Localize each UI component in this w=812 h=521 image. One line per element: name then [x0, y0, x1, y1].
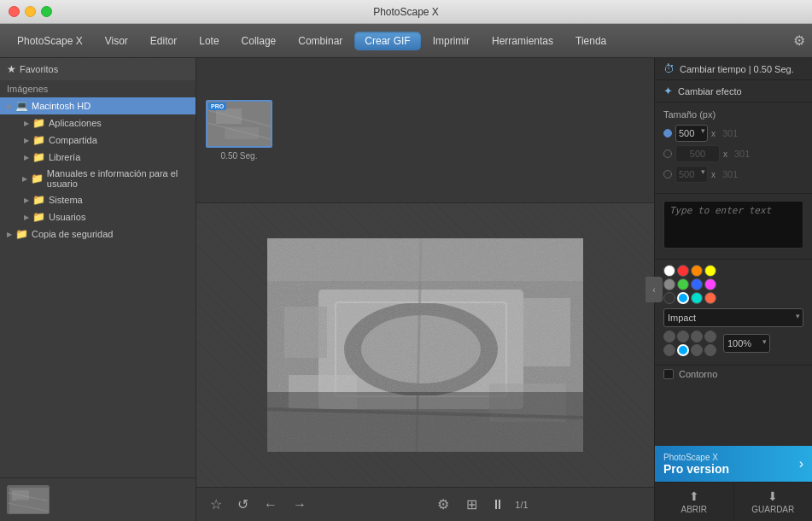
- svg-rect-10: [216, 108, 242, 124]
- nav-item-imprimir[interactable]: Imprimir: [423, 32, 480, 50]
- size-x-2: x: [723, 149, 727, 159]
- contour-checkbox[interactable]: [663, 369, 674, 379]
- color-red[interactable]: [677, 265, 689, 277]
- svg-rect-17: [284, 307, 327, 358]
- pause-button[interactable]: ⏸: [491, 497, 505, 512]
- pro-badge: PRO: [208, 102, 226, 110]
- expand-icon: ▶: [7, 102, 12, 110]
- clock-icon: ⏱: [663, 62, 675, 75]
- expand-icon: ▶: [24, 214, 29, 221]
- expand-icon: ▶: [24, 120, 29, 127]
- size-row-2: x 301: [663, 145, 803, 162]
- text-input[interactable]: [663, 201, 803, 249]
- grid-button[interactable]: ⊞: [463, 493, 481, 516]
- save-label: GUARDAR: [751, 505, 794, 514]
- color-gray[interactable]: [663, 278, 675, 290]
- color-orange[interactable]: [691, 265, 703, 277]
- pro-brand: PhotoScape X: [663, 453, 799, 462]
- font-style-3[interactable]: [691, 331, 703, 342]
- nav-item-photoscape[interactable]: PhotoScape X: [7, 32, 93, 50]
- tree-item-compartida[interactable]: ▶ 📁 Compartida: [0, 132, 196, 149]
- pro-banner[interactable]: PhotoScape X Pro version ›: [655, 446, 812, 482]
- folder-icon: 📁: [32, 117, 45, 129]
- maximize-button[interactable]: [41, 6, 52, 17]
- text-section: [655, 194, 812, 260]
- right-panel: ⏱ Cambiar tiempo | 0.50 Seg. ✦ Cambiar e…: [654, 58, 812, 521]
- nav-item-editor[interactable]: Editor: [140, 32, 187, 50]
- minimize-button[interactable]: [25, 6, 36, 17]
- tree-item-usuarios[interactable]: ▶ 📁 Usuarios: [0, 208, 196, 225]
- font-size-pct-wrap: 100%: [723, 334, 770, 353]
- expand-icon: ▶: [24, 154, 29, 161]
- sidebar-thumbnail-area: [0, 477, 196, 521]
- font-style-2[interactable]: [677, 331, 689, 342]
- change-effect-button[interactable]: ✦ Cambiar efecto: [655, 80, 812, 102]
- size-radio-3[interactable]: [663, 170, 672, 179]
- star-button[interactable]: ☆: [207, 493, 225, 516]
- font-size-row: 100%: [663, 331, 803, 356]
- folder-icon: 📁: [32, 211, 45, 223]
- size-height-2: 301: [731, 149, 753, 159]
- font-name-dropdown[interactable]: Impact: [663, 308, 803, 327]
- size-width-dropdown-3[interactable]: 500: [675, 166, 708, 183]
- open-button[interactable]: ⬆ ABRIR: [655, 483, 734, 521]
- expand-icon: ▶: [22, 175, 27, 183]
- svg-rect-5: [16, 499, 42, 506]
- font-style-4[interactable]: [704, 331, 716, 342]
- size-radio-2[interactable]: [663, 149, 672, 158]
- color-lightblue[interactable]: [677, 292, 689, 304]
- nav-item-tienda[interactable]: Tienda: [565, 32, 616, 50]
- settings-icon[interactable]: ⚙: [793, 32, 805, 49]
- tree-item-macintosh[interactable]: ▶ 💻 Macintosh HD: [0, 97, 196, 114]
- font-style-8[interactable]: [704, 344, 716, 356]
- preview-svg: [267, 238, 583, 452]
- size-radio-1[interactable]: [663, 129, 672, 138]
- nav-item-herramientas[interactable]: Herramientas: [482, 32, 564, 50]
- expand-icon: ▶: [24, 137, 29, 144]
- font-style-7[interactable]: [691, 344, 703, 356]
- color-coral[interactable]: [704, 292, 716, 304]
- gif-frame-image: PRO: [206, 100, 272, 148]
- main-layout: ★ Favoritos Imágenes ▶ 💻 Macintosh HD ▶ …: [0, 58, 812, 521]
- font-style-selected[interactable]: [677, 344, 689, 356]
- nav-item-collage[interactable]: Collage: [231, 32, 287, 50]
- frame-label: 0.50 Seg.: [221, 151, 258, 161]
- color-teal[interactable]: [691, 292, 703, 304]
- change-time-button[interactable]: ⏱ Cambiar tiempo | 0.50 Seg.: [655, 58, 812, 80]
- window-title: PhotoScape X: [373, 6, 439, 18]
- tree-item-manuales[interactable]: ▶ 📁 Manuales e información para el usuar…: [0, 166, 196, 191]
- tree-item-copia[interactable]: ▶ 📁 Copia de seguridad: [0, 225, 196, 243]
- size-row-3: 500 x 301: [663, 166, 803, 183]
- font-style-5[interactable]: [663, 344, 675, 356]
- back-button[interactable]: ←: [260, 494, 281, 516]
- color-pink[interactable]: [704, 278, 716, 290]
- tree-item-sistema[interactable]: ▶ 📁 Sistema: [0, 191, 196, 208]
- nav-item-combinar[interactable]: Combinar: [288, 32, 353, 50]
- color-yellow[interactable]: [704, 265, 716, 277]
- gif-frame-1[interactable]: PRO 0.50 Seg.: [205, 100, 273, 161]
- refresh-button[interactable]: ↺: [234, 493, 252, 516]
- sidebar-favorites[interactable]: ★ Favoritos: [0, 58, 196, 80]
- size-width-2[interactable]: [675, 145, 720, 162]
- nav-item-lote[interactable]: Lote: [189, 32, 229, 50]
- color-blue[interactable]: [691, 278, 703, 290]
- color-dark[interactable]: [663, 292, 675, 304]
- font-style-1[interactable]: [663, 331, 675, 342]
- save-button[interactable]: ⬇ GUARDAR: [734, 483, 813, 521]
- images-label: Imágenes: [0, 80, 196, 97]
- forward-button[interactable]: →: [289, 494, 310, 516]
- font-size-pct-dropdown[interactable]: 100%: [723, 334, 770, 353]
- nav-item-visor[interactable]: Visor: [95, 32, 138, 50]
- settings-button[interactable]: ⚙: [434, 493, 453, 516]
- expand-icon: ▶: [7, 231, 12, 238]
- nav-item-crear-gif[interactable]: Crear GIF: [354, 32, 420, 50]
- pro-banner-text: PhotoScape X Pro version: [663, 453, 799, 476]
- tree-item-aplicaciones[interactable]: ▶ 📁 Aplicaciones: [0, 114, 196, 132]
- size-width-dropdown[interactable]: 500: [675, 125, 708, 142]
- tree-item-libreria[interactable]: ▶ 📁 Librería: [0, 149, 196, 166]
- color-green[interactable]: [677, 278, 689, 290]
- font-style-grid: [663, 331, 716, 356]
- close-button[interactable]: [9, 6, 20, 17]
- preview-area: [196, 203, 654, 487]
- color-white[interactable]: [663, 265, 675, 277]
